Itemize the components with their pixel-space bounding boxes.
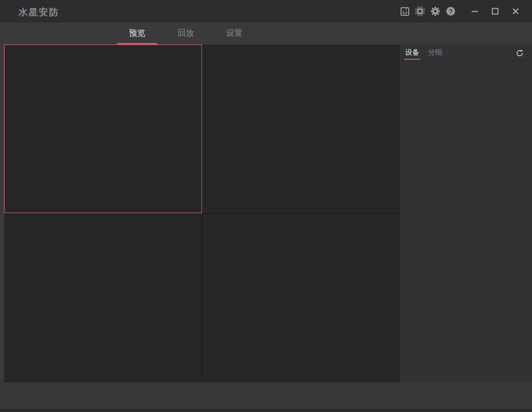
sidebar-active-underline <box>404 59 420 60</box>
tab-playback[interactable]: 回放 <box>166 22 206 44</box>
minimize-icon[interactable] <box>464 0 485 22</box>
maximize-icon[interactable] <box>485 0 505 22</box>
close-icon[interactable] <box>505 0 526 22</box>
refresh-icon[interactable] <box>515 49 524 58</box>
video-cell-4[interactable] <box>203 214 401 382</box>
chip-icon[interactable] <box>412 0 428 22</box>
tab-playback-label: 回放 <box>178 28 194 39</box>
sidebar-tab-groups-label: 分组 <box>428 48 442 57</box>
tab-settings-label: 设置 <box>226 28 242 39</box>
help-icon[interactable]: ? <box>443 0 458 22</box>
main-tabbar: 预览 回放 设置 请登录 <box>0 22 532 44</box>
app-title: 水星安防 <box>18 6 59 18</box>
sidebar-tab-groups[interactable]: 分组 <box>427 44 444 61</box>
window-controls <box>464 0 526 22</box>
settings-gear-icon[interactable] <box>428 0 443 22</box>
video-cell-3[interactable] <box>4 214 202 382</box>
help-glyph: ? <box>449 8 453 15</box>
video-area <box>0 44 401 382</box>
bottom-toolbar: − 4画面 + 流畅 <box>0 382 532 409</box>
video-grid <box>4 44 400 382</box>
tab-settings[interactable]: 设置 <box>214 22 254 44</box>
window-bottom-edge <box>0 409 532 412</box>
sidebar-header: 设备 分组 <box>401 44 532 61</box>
sidebar-tab-devices-label: 设备 <box>405 48 419 57</box>
sidebar-tab-devices[interactable]: 设备 <box>404 44 420 61</box>
tab-preview-label: 预览 <box>129 28 145 39</box>
titlebar: 水星安防 <box>0 0 532 22</box>
video-cell-2[interactable] <box>203 44 401 213</box>
tab-preview[interactable]: 预览 <box>117 22 157 44</box>
main-tabs: 预览 回放 设置 <box>117 22 254 44</box>
video-cell-1-selected[interactable] <box>4 44 202 213</box>
titlebar-icons: ? <box>397 0 532 22</box>
device-sidebar: 设备 分组 <box>401 44 532 382</box>
save-icon[interactable] <box>397 0 412 22</box>
